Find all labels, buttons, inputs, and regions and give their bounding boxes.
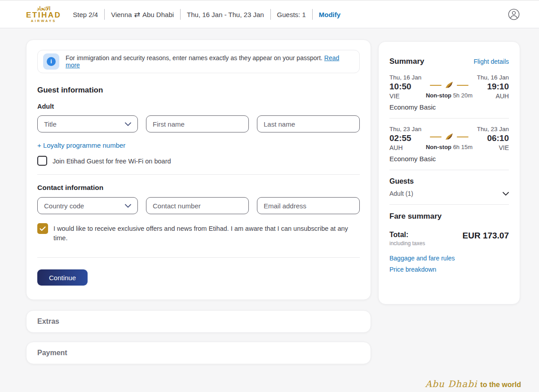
chevron-down-icon bbox=[503, 192, 509, 196]
path-dash bbox=[430, 85, 442, 86]
baggage-fare-rules-link[interactable]: Baggage and fare rules bbox=[389, 255, 509, 262]
loyalty-programme-link[interactable]: + Loyalty programme number bbox=[37, 141, 125, 149]
arrival-info: Thu, 23 Jan 06:10 VIE bbox=[477, 126, 509, 151]
summary-panel: Summary Flight details Thu, 16 Jan 10:50… bbox=[378, 41, 520, 304]
wifi-checkbox-row[interactable]: Join Etihad Guest for free Wi-Fi on boar… bbox=[37, 156, 360, 166]
contact-fields-row: Country code bbox=[37, 197, 360, 214]
round-trip-arrow-icon: ⇄ bbox=[134, 10, 140, 19]
flight-path-line bbox=[430, 81, 468, 89]
return-flight: Thu, 23 Jan 02:55 AUH Non-stop 6h 15m Th… bbox=[389, 126, 509, 151]
country-code-select[interactable]: Country code bbox=[37, 197, 138, 214]
departure-date: Thu, 23 Jan bbox=[389, 126, 421, 132]
contact-number-input[interactable] bbox=[146, 197, 249, 214]
country-code-value: Country code bbox=[44, 202, 84, 210]
total-row: Total: including taxes EUR 173.07 bbox=[389, 231, 509, 247]
flight-path-line bbox=[430, 133, 468, 141]
departure-time: 10:50 bbox=[389, 82, 421, 92]
etihad-winglet-icon bbox=[444, 133, 454, 141]
extras-section[interactable]: Extras bbox=[26, 310, 371, 333]
guests-value: Adult (1) bbox=[389, 190, 413, 197]
separator bbox=[180, 9, 181, 20]
account-button[interactable] bbox=[508, 8, 520, 21]
contact-information-title: Contact information bbox=[37, 184, 360, 192]
info-icon: i bbox=[43, 53, 59, 70]
stop-label: Non-stop bbox=[426, 92, 451, 99]
step-indicator: Step 2/4 bbox=[73, 11, 98, 18]
title-select[interactable]: Title bbox=[37, 115, 138, 132]
extras-title: Extras bbox=[37, 317, 59, 326]
wifi-checkbox[interactable] bbox=[37, 156, 47, 166]
route-from: Vienna bbox=[111, 11, 132, 18]
logo-name-text: ETIHAD bbox=[26, 11, 61, 19]
departure-info: Thu, 23 Jan 02:55 AUH bbox=[389, 126, 421, 151]
flight-duration: 5h 20m bbox=[453, 92, 473, 99]
cabin-class: Economy Basic bbox=[389, 103, 509, 111]
marketing-checkbox-row[interactable]: I would like to receive exclusive offers… bbox=[37, 223, 360, 243]
stop-label: Non-stop bbox=[426, 144, 451, 150]
route-summary: Vienna ⇄ Abu Dhabi bbox=[111, 10, 174, 19]
guests-count: Guests: 1 bbox=[277, 11, 306, 18]
info-icon-dot: i bbox=[47, 57, 56, 66]
arrival-time: 06:10 bbox=[477, 133, 509, 143]
departure-date: Thu, 16 Jan bbox=[389, 74, 421, 81]
marketing-checkbox-label: I would like to receive exclusive offers… bbox=[53, 223, 360, 243]
abu-dhabi-script-logo: Abu Dhabi bbox=[425, 379, 477, 389]
guests-expander[interactable]: Adult (1) bbox=[389, 190, 509, 197]
total-value: EUR 173.07 bbox=[462, 231, 509, 241]
separator bbox=[312, 9, 313, 20]
chevron-down-icon bbox=[125, 122, 131, 126]
guest-details-card: i For immigration and security reasons, … bbox=[26, 40, 371, 300]
divider bbox=[37, 257, 360, 258]
notice-text-wrap: For immigration and security reasons, en… bbox=[66, 54, 354, 69]
divider bbox=[37, 174, 360, 175]
notice-text: For immigration and security reasons, en… bbox=[66, 54, 323, 62]
payment-section[interactable]: Payment bbox=[26, 342, 371, 364]
checkmark-icon bbox=[40, 226, 46, 231]
flight-details-link[interactable]: Flight details bbox=[473, 58, 509, 65]
payment-title: Payment bbox=[37, 349, 67, 357]
guests-section-title: Guests bbox=[389, 177, 509, 185]
guest-information-title: Guest information bbox=[37, 86, 360, 95]
cabin-class: Economy Basic bbox=[389, 155, 509, 163]
path-dash bbox=[430, 137, 442, 137]
arrival-airport: VIE bbox=[477, 144, 509, 151]
trip-dates: Thu, 16 Jan - Thu, 23 Jan bbox=[187, 11, 264, 18]
price-breakdown-link[interactable]: Price breakdown bbox=[389, 266, 509, 273]
top-bar: الاتحاد ETIHAD AIRWAYS Step 2/4 Vienna ⇄… bbox=[0, 0, 539, 28]
fare-links: Baggage and fare rules Price breakdown bbox=[389, 255, 509, 273]
stop-info: Non-stop 6h 15m bbox=[426, 144, 473, 150]
marketing-checkbox[interactable] bbox=[37, 223, 48, 234]
departure-airport: VIE bbox=[389, 92, 421, 100]
total-note: including taxes bbox=[389, 240, 425, 247]
chevron-down-icon bbox=[125, 204, 131, 208]
adult-label: Adult bbox=[37, 103, 360, 110]
total-label: Total: bbox=[389, 231, 425, 239]
logo-sub-text: AIRWAYS bbox=[31, 19, 57, 23]
stop-info: Non-stop 5h 20m bbox=[426, 92, 473, 99]
wifi-checkbox-label: Join Etihad Guest for free Wi-Fi on boar… bbox=[53, 156, 171, 166]
outbound-flight: Thu, 16 Jan 10:50 VIE Non-stop 5h 20m Th… bbox=[389, 74, 509, 100]
arrival-info: Thu, 16 Jan 19:10 AUH bbox=[477, 74, 509, 100]
departure-time: 02:55 bbox=[389, 133, 421, 143]
arrival-date: Thu, 16 Jan bbox=[477, 74, 509, 81]
footer-brand: Abu Dhabi to the world bbox=[425, 379, 521, 389]
modify-link[interactable]: Modify bbox=[319, 11, 340, 18]
path-dash bbox=[457, 85, 468, 86]
arrival-date: Thu, 23 Jan bbox=[477, 126, 509, 132]
title-select-value: Title bbox=[44, 120, 57, 128]
trip-summary-nav: Step 2/4 Vienna ⇄ Abu Dhabi Thu, 16 Jan … bbox=[73, 9, 340, 20]
last-name-input[interactable] bbox=[257, 115, 360, 132]
etihad-winglet-icon bbox=[444, 81, 454, 89]
email-input[interactable] bbox=[257, 197, 360, 214]
continue-button[interactable]: Continue bbox=[37, 269, 88, 286]
departure-info: Thu, 16 Jan 10:50 VIE bbox=[389, 74, 421, 100]
summary-title: Summary bbox=[389, 57, 424, 66]
arrival-time: 19:10 bbox=[477, 82, 509, 92]
etihad-logo[interactable]: الاتحاد ETIHAD AIRWAYS bbox=[26, 6, 61, 23]
first-name-input[interactable] bbox=[146, 115, 249, 132]
user-account-icon bbox=[508, 8, 520, 21]
footer-tagline: to the world bbox=[480, 381, 521, 389]
separator bbox=[270, 9, 271, 20]
path-dash bbox=[457, 137, 468, 137]
flight-path: Non-stop 5h 20m bbox=[426, 74, 473, 100]
